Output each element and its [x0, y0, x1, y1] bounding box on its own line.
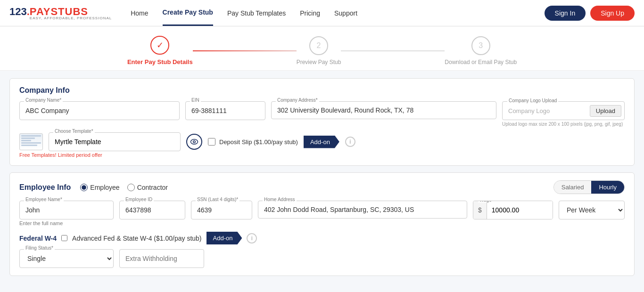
template-row: Choose Template* Myrtle Template Classic… [19, 132, 625, 151]
employee-radio-text: Employee [90, 184, 119, 191]
svg-point-1 [193, 141, 196, 143]
logo-upload-container: Company Logo Upload Company Logo Upload … [502, 101, 625, 127]
step-3-label: Download or Email Pay Stub [445, 59, 517, 65]
signup-button[interactable]: Sign Up [590, 6, 635, 21]
filing-status-select[interactable]: Single Married Married, but withhold at … [19, 249, 114, 268]
deposit-checkbox[interactable] [208, 138, 215, 146]
company-name-group: Company Name* [19, 101, 180, 120]
nav-create-pay-stub[interactable]: Create Pay Stub [163, 0, 213, 26]
w4-header: Federal W-4 Advanced Fed & State W-4 ($1… [19, 232, 625, 244]
contractor-radio[interactable] [127, 184, 135, 191]
emp-name-container: Employee Name* Enter the full name [19, 201, 114, 226]
company-address-input[interactable] [271, 101, 496, 119]
wage-label: Wage* [478, 201, 495, 203]
upload-button[interactable]: Upload [590, 105, 621, 117]
w4-addon-label: Advanced Fed & State W-4 ($1.00/pay stub… [72, 235, 201, 242]
template-select[interactable]: Myrtle Template Classic Template Modern … [49, 132, 181, 151]
main-content: Company Info Company Name* EIN Company A… [0, 71, 644, 290]
progress-section: ✓ Enter Pay Stub Details 2 Preview Pay S… [0, 26, 644, 71]
company-address-label: Company Address* [276, 97, 319, 103]
emp-name-input[interactable] [19, 201, 114, 219]
hourly-button[interactable]: Hourly [591, 181, 624, 194]
ssn-input[interactable] [191, 201, 252, 219]
filing-status-group: Filing Status* Single Married Married, b… [19, 249, 114, 268]
signin-button[interactable]: Sign In [545, 6, 586, 21]
home-address-input[interactable] [258, 201, 467, 219]
logo-tagline: EASY, AFFORDABLE, PROFESSIONAL [30, 16, 112, 20]
svg-point-0 [191, 139, 198, 145]
wage-group: Wage* $ [473, 201, 553, 219]
employee-radio[interactable] [80, 184, 88, 191]
step-1-label: Enter Pay Stub Details [127, 58, 193, 65]
preview-eye-button[interactable] [186, 134, 202, 150]
step-1: ✓ Enter Pay Stub Details [127, 36, 193, 65]
step-2-circle: 2 [309, 36, 328, 55]
employee-type-radio-group: Employee Contractor [80, 184, 168, 191]
period-select[interactable]: Per Week Per Hour Per Month Bi-Weekly [559, 201, 625, 219]
company-address-group: Company Address* [271, 101, 496, 119]
emp-name-group: Employee Name* [19, 201, 114, 219]
step-2-number: 2 [317, 41, 321, 50]
header: 123 . PAY STUBS EASY, AFFORDABLE, PROFES… [0, 0, 644, 26]
w4-fields-row: Filing Status* Single Married Married, b… [19, 249, 625, 268]
federal-w4-section: Federal W-4 Advanced Fed & State W-4 ($1… [19, 232, 625, 268]
progress-line-1 [193, 50, 297, 51]
wage-dollar-symbol: $ [473, 201, 487, 219]
salaried-hourly-toggle: Salaried Hourly [553, 180, 625, 194]
employee-info-header: Employee Info Employee Contractor Salari… [19, 180, 625, 194]
company-name-label: Company Name* [24, 97, 63, 103]
company-info-card: Company Info Company Name* EIN Company A… [9, 78, 635, 166]
company-name-input[interactable] [19, 101, 180, 120]
step-2-label: Preview Pay Stub [297, 59, 341, 65]
step-3-number: 3 [479, 41, 483, 50]
template-label: Choose Template* [53, 129, 95, 134]
ein-group: EIN [185, 101, 265, 120]
filing-status-label: Filing Status* [24, 245, 55, 251]
nav-pay-stub-templates[interactable]: Pay Stub Templates [227, 1, 286, 25]
extra-withholding-input[interactable] [119, 249, 204, 268]
salaried-button[interactable]: Salaried [554, 181, 592, 194]
step-2: 2 Preview Pay Stub [297, 36, 341, 65]
template-preview [19, 133, 43, 150]
template-select-group: Choose Template* Myrtle Template Classic… [49, 132, 181, 151]
step-3: 3 Download or Email Pay Stub [445, 36, 517, 65]
step-3-circle: 3 [471, 36, 490, 55]
info-icon: i [350, 138, 351, 145]
logo-upload-box: Company Logo Upload Company Logo Upload [502, 101, 625, 120]
ein-input[interactable] [185, 101, 265, 120]
nav-pricing[interactable]: Pricing [300, 1, 320, 25]
company-info-title: Company Info [19, 86, 625, 95]
preview-line-4 [21, 142, 41, 144]
w4-title: Federal W-4 [19, 235, 57, 242]
deposit-addon-button[interactable]: Add-on [304, 136, 339, 148]
ein-label: EIN [190, 97, 201, 103]
home-address-label: Home Address [263, 197, 297, 202]
home-address-group: Home Address [258, 201, 467, 219]
contractor-radio-label[interactable]: Contractor [127, 184, 168, 191]
main-nav: Home Create Pay Stub Pay Stub Templates … [131, 0, 544, 26]
w4-addon-checkbox[interactable] [61, 235, 67, 241]
free-offer-text: Free Templates! Limited period offer [19, 152, 625, 158]
nav-home[interactable]: Home [131, 1, 148, 25]
logo-placeholder-text: Company Logo [508, 107, 550, 114]
preview-line-3 [21, 140, 31, 141]
wage-input[interactable] [487, 201, 553, 219]
extra-withholding-group [119, 249, 204, 268]
employee-radio-label[interactable]: Employee [80, 184, 119, 191]
step-line-2 [341, 50, 445, 51]
logo-hint: Upload logo max size 200 x 100 pixels (j… [502, 122, 625, 127]
logo-upload-label: Company Logo Upload [507, 98, 558, 103]
preview-line-2 [21, 138, 35, 139]
deposit-row: Deposit Slip ($1.00/pay stub) [208, 138, 298, 146]
w4-info-button[interactable]: i [247, 233, 257, 243]
emp-id-label: Employee ID [124, 197, 154, 202]
nav-support[interactable]: Support [334, 1, 357, 25]
w4-addon-button[interactable]: Add-on [206, 232, 242, 244]
preview-line-5 [21, 145, 37, 146]
deposit-info-button[interactable]: i [345, 137, 355, 147]
period-group: Per Week Per Hour Per Month Bi-Weekly [559, 201, 625, 219]
emp-id-input[interactable] [119, 201, 185, 219]
logo: 123 . PAY STUBS EASY, AFFORDABLE, PROFES… [9, 6, 112, 20]
logo-number: 123 [9, 6, 27, 18]
employee-info-card: Employee Info Employee Contractor Salari… [9, 172, 635, 276]
